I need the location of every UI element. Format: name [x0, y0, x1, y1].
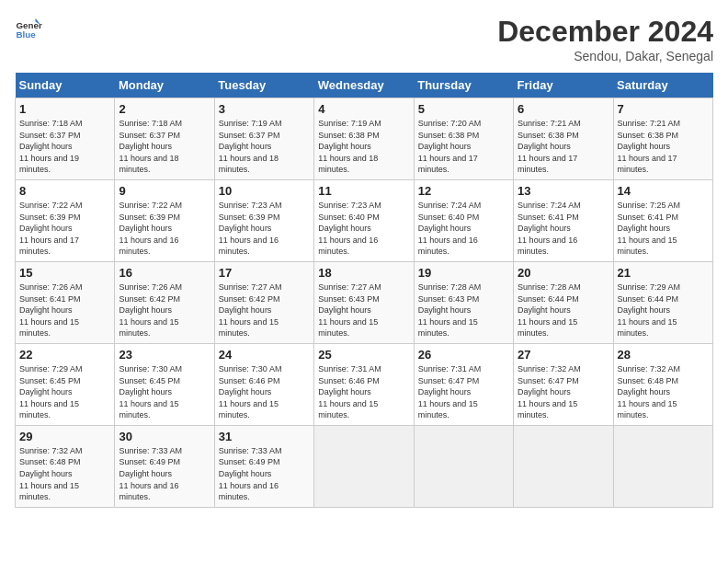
calendar-day-cell: 3Sunrise: 7:19 AMSunset: 6:37 PMDaylight…	[214, 98, 313, 180]
location-subtitle: Sendou, Dakar, Senegal	[497, 49, 713, 63]
day-info: Sunrise: 7:32 AMSunset: 6:47 PMDaylight …	[518, 363, 609, 421]
calendar-week-row: 29Sunrise: 7:32 AMSunset: 6:48 PMDayligh…	[16, 425, 713, 507]
day-info: Sunrise: 7:23 AMSunset: 6:39 PMDaylight …	[219, 200, 310, 258]
day-number: 1	[19, 102, 110, 116]
calendar-day-cell: 22Sunrise: 7:29 AMSunset: 6:45 PMDayligh…	[16, 343, 115, 425]
day-number: 24	[219, 348, 310, 362]
day-number: 11	[318, 184, 409, 198]
weekday-header-cell: Wednesday	[314, 73, 414, 98]
calendar-day-cell	[414, 425, 513, 507]
day-number: 5	[418, 102, 509, 116]
month-year-title: December 2024	[497, 15, 713, 49]
calendar-day-cell: 20Sunrise: 7:28 AMSunset: 6:44 PMDayligh…	[514, 261, 613, 343]
weekday-header-cell: Tuesday	[214, 73, 313, 98]
day-info: Sunrise: 7:24 AMSunset: 6:41 PMDaylight …	[518, 200, 609, 258]
day-number: 19	[418, 266, 509, 280]
calendar-table: SundayMondayTuesdayWednesdayThursdayFrid…	[15, 73, 713, 508]
day-info: Sunrise: 7:21 AMSunset: 6:38 PMDaylight …	[518, 118, 609, 176]
calendar-day-cell: 27Sunrise: 7:32 AMSunset: 6:47 PMDayligh…	[514, 343, 613, 425]
day-info: Sunrise: 7:26 AMSunset: 6:41 PMDaylight …	[19, 282, 110, 339]
day-info: Sunrise: 7:18 AMSunset: 6:37 PMDaylight …	[19, 118, 110, 176]
calendar-day-cell: 21Sunrise: 7:29 AMSunset: 6:44 PMDayligh…	[613, 261, 712, 343]
day-info: Sunrise: 7:25 AMSunset: 6:41 PMDaylight …	[618, 200, 709, 258]
calendar-day-cell: 26Sunrise: 7:31 AMSunset: 6:47 PMDayligh…	[414, 343, 513, 425]
calendar-day-cell: 19Sunrise: 7:28 AMSunset: 6:43 PMDayligh…	[414, 261, 513, 343]
svg-text:Blue: Blue	[17, 29, 37, 40]
weekday-header-cell: Thursday	[414, 73, 513, 98]
day-info: Sunrise: 7:18 AMSunset: 6:37 PMDaylight …	[119, 118, 210, 176]
calendar-day-cell: 28Sunrise: 7:32 AMSunset: 6:48 PMDayligh…	[613, 343, 712, 425]
calendar-day-cell: 4Sunrise: 7:19 AMSunset: 6:38 PMDaylight…	[314, 98, 414, 180]
day-info: Sunrise: 7:29 AMSunset: 6:45 PMDaylight …	[19, 363, 110, 421]
day-info: Sunrise: 7:29 AMSunset: 6:44 PMDaylight …	[618, 282, 709, 339]
calendar-day-cell: 6Sunrise: 7:21 AMSunset: 6:38 PMDaylight…	[514, 98, 613, 180]
day-info: Sunrise: 7:20 AMSunset: 6:38 PMDaylight …	[418, 118, 509, 176]
calendar-day-cell: 14Sunrise: 7:25 AMSunset: 6:41 PMDayligh…	[613, 179, 712, 261]
day-info: Sunrise: 7:27 AMSunset: 6:43 PMDaylight …	[318, 282, 409, 339]
calendar-day-cell: 9Sunrise: 7:22 AMSunset: 6:39 PMDaylight…	[115, 179, 214, 261]
day-number: 16	[119, 266, 210, 280]
day-info: Sunrise: 7:31 AMSunset: 6:46 PMDaylight …	[318, 363, 409, 421]
logo: General Blue	[15, 15, 42, 42]
day-info: Sunrise: 7:30 AMSunset: 6:46 PMDaylight …	[219, 363, 310, 421]
day-number: 18	[318, 266, 409, 280]
logo-icon: General Blue	[15, 15, 42, 42]
calendar-week-row: 22Sunrise: 7:29 AMSunset: 6:45 PMDayligh…	[16, 343, 713, 425]
calendar-day-cell: 10Sunrise: 7:23 AMSunset: 6:39 PMDayligh…	[214, 179, 313, 261]
day-info: Sunrise: 7:23 AMSunset: 6:40 PMDaylight …	[318, 200, 409, 258]
day-info: Sunrise: 7:21 AMSunset: 6:38 PMDaylight …	[618, 118, 709, 176]
day-info: Sunrise: 7:30 AMSunset: 6:45 PMDaylight …	[119, 363, 210, 421]
day-number: 15	[19, 266, 110, 280]
weekday-header-cell: Friday	[514, 73, 613, 98]
calendar-day-cell: 12Sunrise: 7:24 AMSunset: 6:40 PMDayligh…	[414, 179, 513, 261]
weekday-header-cell: Monday	[115, 73, 214, 98]
calendar-day-cell: 7Sunrise: 7:21 AMSunset: 6:38 PMDaylight…	[613, 98, 712, 180]
weekday-header-row: SundayMondayTuesdayWednesdayThursdayFrid…	[16, 73, 713, 98]
day-number: 12	[418, 184, 509, 198]
day-info: Sunrise: 7:24 AMSunset: 6:40 PMDaylight …	[418, 200, 509, 258]
weekday-header-cell: Sunday	[16, 73, 115, 98]
day-info: Sunrise: 7:31 AMSunset: 6:47 PMDaylight …	[418, 363, 509, 421]
day-number: 27	[518, 348, 609, 362]
day-number: 22	[19, 348, 110, 362]
calendar-day-cell: 8Sunrise: 7:22 AMSunset: 6:39 PMDaylight…	[16, 179, 115, 261]
day-info: Sunrise: 7:28 AMSunset: 6:44 PMDaylight …	[518, 282, 609, 339]
calendar-day-cell: 29Sunrise: 7:32 AMSunset: 6:48 PMDayligh…	[16, 425, 115, 507]
calendar-day-cell: 16Sunrise: 7:26 AMSunset: 6:42 PMDayligh…	[115, 261, 214, 343]
day-number: 28	[618, 348, 709, 362]
day-number: 17	[219, 266, 310, 280]
calendar-day-cell: 11Sunrise: 7:23 AMSunset: 6:40 PMDayligh…	[314, 179, 414, 261]
day-number: 3	[219, 102, 310, 116]
calendar-day-cell: 24Sunrise: 7:30 AMSunset: 6:46 PMDayligh…	[214, 343, 313, 425]
day-info: Sunrise: 7:26 AMSunset: 6:42 PMDaylight …	[119, 282, 210, 339]
title-area: December 2024 Sendou, Dakar, Senegal	[497, 15, 713, 63]
calendar-day-cell: 2Sunrise: 7:18 AMSunset: 6:37 PMDaylight…	[115, 98, 214, 180]
calendar-day-cell	[314, 425, 414, 507]
weekday-header-cell: Saturday	[613, 73, 712, 98]
calendar-day-cell: 13Sunrise: 7:24 AMSunset: 6:41 PMDayligh…	[514, 179, 613, 261]
day-number: 2	[119, 102, 210, 116]
day-info: Sunrise: 7:27 AMSunset: 6:42 PMDaylight …	[219, 282, 310, 339]
calendar-day-cell: 17Sunrise: 7:27 AMSunset: 6:42 PMDayligh…	[214, 261, 313, 343]
calendar-day-cell: 18Sunrise: 7:27 AMSunset: 6:43 PMDayligh…	[314, 261, 414, 343]
page-header: General Blue December 2024 Sendou, Dakar…	[15, 15, 713, 63]
day-number: 25	[318, 348, 409, 362]
day-number: 21	[618, 266, 709, 280]
day-number: 14	[618, 184, 709, 198]
calendar-body: 1Sunrise: 7:18 AMSunset: 6:37 PMDaylight…	[16, 98, 713, 508]
day-info: Sunrise: 7:33 AMSunset: 6:49 PMDaylight …	[219, 445, 310, 503]
calendar-week-row: 15Sunrise: 7:26 AMSunset: 6:41 PMDayligh…	[16, 261, 713, 343]
day-number: 9	[119, 184, 210, 198]
day-number: 26	[418, 348, 509, 362]
calendar-day-cell	[514, 425, 613, 507]
calendar-day-cell: 5Sunrise: 7:20 AMSunset: 6:38 PMDaylight…	[414, 98, 513, 180]
day-number: 7	[618, 102, 709, 116]
calendar-day-cell: 31Sunrise: 7:33 AMSunset: 6:49 PMDayligh…	[214, 425, 313, 507]
day-info: Sunrise: 7:22 AMSunset: 6:39 PMDaylight …	[19, 200, 110, 258]
day-info: Sunrise: 7:32 AMSunset: 6:48 PMDaylight …	[19, 445, 110, 503]
day-number: 8	[19, 184, 110, 198]
day-info: Sunrise: 7:22 AMSunset: 6:39 PMDaylight …	[119, 200, 210, 258]
calendar-day-cell: 15Sunrise: 7:26 AMSunset: 6:41 PMDayligh…	[16, 261, 115, 343]
calendar-day-cell: 25Sunrise: 7:31 AMSunset: 6:46 PMDayligh…	[314, 343, 414, 425]
calendar-day-cell: 30Sunrise: 7:33 AMSunset: 6:49 PMDayligh…	[115, 425, 214, 507]
